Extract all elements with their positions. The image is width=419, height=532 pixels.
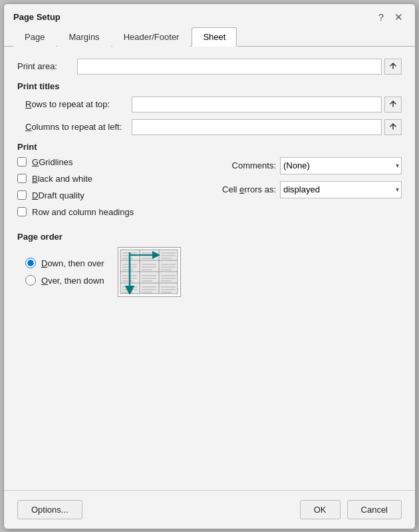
picker-icon — [388, 62, 398, 71]
page-order-section: Page order Down, then over Over, then do… — [17, 232, 402, 297]
tab-headerfooter[interactable]: Header/Footer — [112, 27, 191, 47]
dialog-title: Page Setup — [13, 12, 61, 22]
cell-errors-select[interactable]: displayed <blank> -- #N/A — [280, 181, 402, 198]
rows-repeat-picker-button[interactable] — [384, 97, 402, 113]
down-then-over-label[interactable]: Down, then over — [41, 258, 104, 268]
comments-select[interactable]: (None) At end of sheet As displayed on s… — [280, 157, 402, 174]
footer-right: OK Cancel — [300, 500, 402, 519]
columns-repeat-picker-button[interactable] — [384, 119, 402, 135]
tab-sheet[interactable]: Sheet — [192, 27, 237, 47]
print-titles-label: Print titles — [17, 81, 402, 91]
over-then-down-row: Over, then down — [25, 275, 104, 286]
dialog-footer: Options... OK Cancel — [4, 490, 415, 529]
gridlines-checkbox[interactable] — [17, 157, 27, 166]
picker-icon-cols — [388, 123, 398, 132]
gridlines-label[interactable]: GGridlines — [32, 157, 72, 167]
rows-repeat-label: Rows to repeat at top: — [25, 99, 132, 109]
cell-errors-select-wrapper: displayed <blank> -- #N/A ▾ — [280, 181, 402, 198]
options-button[interactable]: Options... — [17, 500, 82, 519]
page-order-diagram — [118, 247, 181, 297]
down-then-over-row: Down, then over — [25, 258, 104, 268]
tab-margins[interactable]: Margins — [57, 27, 110, 47]
comments-label: Comments: — [216, 160, 276, 170]
row-col-headings-checkbox[interactable] — [17, 207, 27, 216]
draft-quality-row: DDraft quality — [17, 190, 203, 200]
tab-page[interactable]: Page — [13, 27, 56, 47]
picker-icon-rows — [388, 100, 398, 109]
row-col-headings-label[interactable]: Row and column headings — [32, 207, 134, 217]
draft-quality-label[interactable]: DDraft quality — [32, 190, 84, 200]
gridlines-row: GGridlines — [17, 157, 203, 167]
row-col-headings-row: Row and column headings — [17, 207, 203, 217]
columns-repeat-label: Columns to repeat at left: — [25, 122, 132, 132]
page-order-content: Down, then over Over, then down — [25, 247, 402, 297]
page-order-label: Page order — [17, 232, 402, 242]
footer-left: Options... — [17, 500, 82, 519]
print-dropdowns: Comments: (None) At end of sheet As disp… — [216, 157, 402, 224]
columns-repeat-input[interactable] — [132, 119, 382, 135]
cell-errors-label: Cell errors as: — [216, 184, 276, 194]
black-white-label[interactable]: Black and white — [32, 174, 92, 184]
cancel-button[interactable]: Cancel — [347, 500, 402, 519]
print-area-label: Print area: — [17, 61, 77, 71]
draft-quality-checkbox[interactable] — [17, 190, 27, 200]
page-order-svg — [120, 249, 178, 294]
print-section: GGridlines Black and white DDraft qualit… — [17, 157, 402, 224]
help-button[interactable]: ? — [376, 11, 386, 23]
columns-repeat-row: Columns to repeat at left: — [25, 119, 402, 135]
page-order-radio-group: Down, then over Over, then down — [25, 258, 104, 286]
rows-repeat-input[interactable] — [132, 97, 382, 113]
tab-bar: Page Margins Header/Footer Sheet — [4, 27, 415, 47]
black-white-checkbox[interactable] — [17, 174, 27, 183]
comments-select-wrapper: (None) At end of sheet As displayed on s… — [280, 157, 402, 174]
print-titles-section: Rows to repeat at top: Columns to repeat… — [25, 97, 402, 135]
rows-repeat-row: Rows to repeat at top: — [25, 97, 402, 113]
black-white-row: Black and white — [17, 174, 203, 184]
sheet-content: Print area: Print titles Rows to repeat … — [4, 47, 415, 490]
print-area-row: Print area: — [17, 59, 402, 75]
print-label: Print — [17, 142, 402, 152]
over-then-down-label[interactable]: Over, then down — [41, 276, 104, 286]
comments-row: Comments: (None) At end of sheet As disp… — [216, 157, 402, 174]
print-checkboxes: GGridlines Black and white DDraft qualit… — [17, 157, 203, 224]
ok-button[interactable]: OK — [300, 500, 341, 519]
title-controls: ? ✕ — [376, 11, 406, 23]
cell-errors-row: Cell errors as: displayed <blank> -- #N/… — [216, 181, 402, 198]
down-then-over-radio[interactable] — [25, 258, 36, 268]
title-bar: Page Setup ? ✕ — [4, 4, 415, 27]
close-button[interactable]: ✕ — [392, 11, 406, 23]
over-then-down-radio[interactable] — [25, 275, 36, 286]
print-area-picker-button[interactable] — [384, 59, 402, 75]
page-setup-dialog: Page Setup ? ✕ Page Margins Header/Foote… — [3, 3, 416, 529]
print-area-input[interactable] — [77, 59, 382, 75]
